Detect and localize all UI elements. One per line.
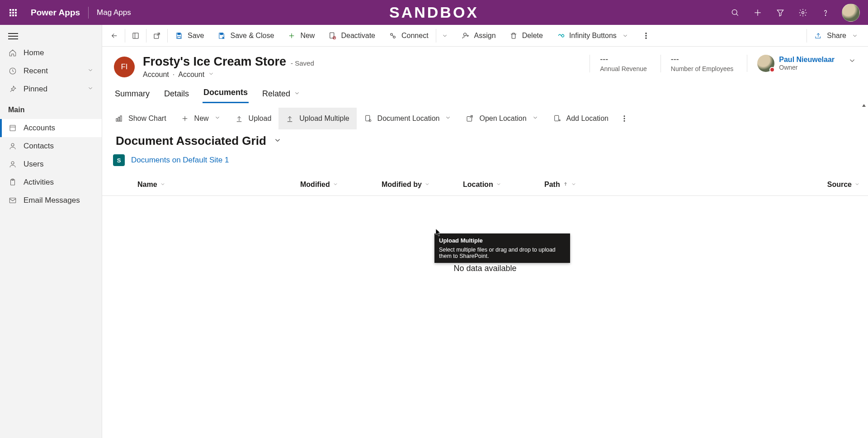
subgrid-view-selector[interactable]: Document Associated Grid [102,129,868,148]
app-launcher-icon[interactable] [5,4,22,21]
chevron-down-icon [445,114,451,123]
sitemap-item-users[interactable]: Users [0,155,102,173]
save-icon [175,32,183,40]
header-expand-button[interactable] [848,55,856,65]
add-location-icon [553,114,561,123]
sitemap-item-label: Email Messages [24,196,80,205]
add-location-button[interactable]: Add Location [546,108,616,129]
record-header: FI Frosty's Ice Cream Store - Saved Acco… [102,47,868,79]
sitemap-collapse-icon[interactable] [8,33,18,39]
record-form-name[interactable]: Account [178,71,204,79]
svg-point-49 [369,119,371,122]
delete-button[interactable]: Delete [503,25,549,46]
stat-label: Number of Employees [671,65,734,72]
chevron-down-icon [425,181,430,189]
tab-details[interactable]: Details [163,85,190,103]
connect-dropdown[interactable] [435,25,454,46]
tab-label: Details [164,89,189,99]
sitemap-item-label: Pinned [24,85,47,94]
col-label: Modified [300,181,330,189]
tab-related[interactable]: Related [261,85,301,103]
svg-line-29 [334,37,335,38]
column-header-name[interactable]: Name [137,181,300,189]
suite-header: Power Apps Mag Apps SANDBOX [0,0,868,25]
deactivate-icon [328,32,336,40]
owner-avatar [757,55,774,72]
header-owner[interactable]: Paul Nieuwelaar Owner [747,55,835,72]
assign-button[interactable]: Assign [455,25,502,46]
settings-icon[interactable] [797,6,809,19]
svg-point-34 [646,33,646,33]
tab-label: Related [262,89,290,99]
column-header-modified[interactable]: Modified [300,181,382,189]
sitemap-item-label: Accounts [24,124,55,133]
column-header-source[interactable]: Source [806,181,860,189]
record-entity: Account [143,71,169,79]
sitemap-item-email[interactable]: Email Messages [0,191,102,209]
search-icon[interactable] [729,6,741,19]
back-button[interactable] [105,25,124,46]
subgrid-overflow-button[interactable] [616,108,633,129]
sitemap-item-pinned[interactable]: Pinned [0,80,102,98]
svg-rect-52 [554,115,558,121]
header-stat-revenue[interactable]: --- Annual Revenue [590,55,647,72]
chevron-down-icon [294,89,300,99]
cmd-label: Assign [474,32,496,40]
new-button[interactable]: New [281,25,321,46]
sitemap-item-contacts[interactable]: Contacts [0,137,102,155]
sitemap-item-recent[interactable]: Recent [0,62,102,80]
mail-icon [8,196,17,205]
sitemap-item-accounts[interactable]: Accounts [0,119,102,137]
save-close-button[interactable]: Save & Close [211,25,280,46]
tab-summary[interactable]: Summary [114,85,151,103]
upload-multiple-button[interactable]: Upload Multiple [278,108,356,129]
chevron-down-icon [274,136,282,146]
header-stat-employees[interactable]: --- Number of Employees [660,55,734,72]
deactivate-button[interactable]: Deactivate [322,25,382,46]
presence-indicator [769,67,775,72]
sitemap-item-activities[interactable]: Activities [0,173,102,191]
stat-value: --- [671,55,734,64]
open-record-set-button[interactable] [126,25,145,46]
sort-ascending-icon [563,181,568,189]
tab-documents[interactable]: Documents [203,83,249,103]
user-avatar[interactable] [842,4,860,22]
mouse-cursor-icon [435,228,441,237]
svg-rect-27 [330,33,334,38]
svg-point-10 [11,143,14,146]
column-header-location[interactable]: Location [463,181,544,189]
open-location-button[interactable]: Open Location [458,108,545,129]
pin-icon [8,85,17,94]
record-saved-status: - Saved [291,59,314,67]
back-icon [110,32,118,40]
app-subtitle[interactable]: Mag Apps [97,8,131,17]
overflow-button[interactable] [637,25,656,46]
share-button[interactable]: Share [808,25,865,46]
stat-value: --- [600,55,647,64]
command-bar: Save Save & Close New Deactivate Connect [102,25,868,47]
cmd-label: Save & Close [230,32,274,40]
filter-icon[interactable] [774,6,787,19]
new-window-button[interactable] [147,25,166,46]
scroll-up-arrow[interactable] [861,103,867,117]
column-header-modified-by[interactable]: Modified by [382,181,463,189]
svg-point-36 [646,38,646,38]
sitemap-item-home[interactable]: Home [0,44,102,62]
add-icon[interactable] [751,6,764,19]
connect-button[interactable]: Connect [382,25,435,46]
owner-name-link[interactable]: Paul Nieuwelaar [779,56,835,64]
infinity-button[interactable]: Infinity Buttons [550,25,636,46]
help-icon[interactable] [819,6,832,19]
form-selector-chevron[interactable] [208,71,214,79]
column-header-path[interactable]: Path [544,181,644,189]
divider [167,29,168,43]
record-initials-avatar: FI [114,57,135,77]
save-button[interactable]: Save [169,25,210,46]
svg-rect-39 [116,119,118,121]
sharepoint-location-link[interactable]: Documents on Default Site 1 [131,156,229,165]
tab-label: Summary [115,89,150,99]
show-chart-button[interactable]: Show Chart [108,108,174,129]
subgrid-new-button[interactable]: New [174,108,228,129]
upload-button[interactable]: Upload [228,108,279,129]
document-location-button[interactable]: Document Location [357,108,459,129]
